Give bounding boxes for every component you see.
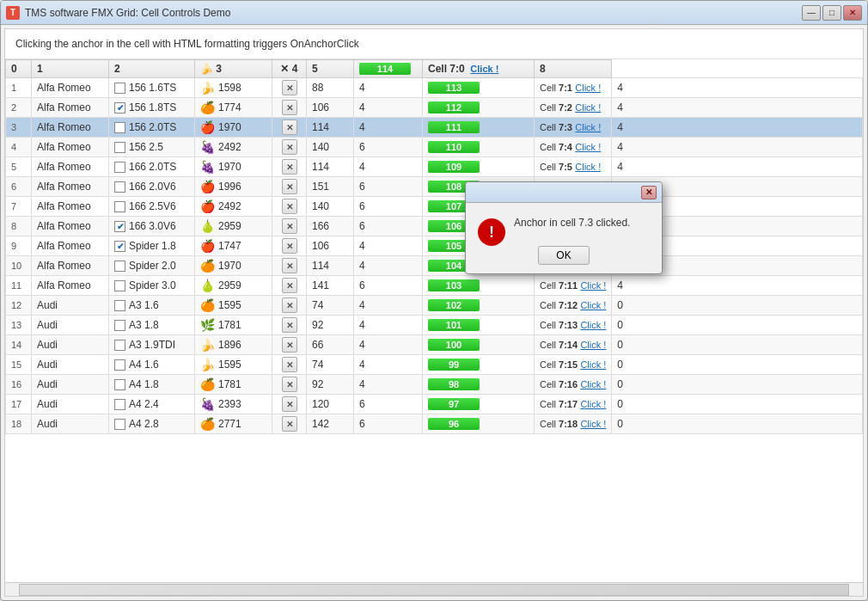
error-icon: ! — [478, 218, 505, 246]
modal-content: ! Anchor in cell 7.3 clicked. OK — [466, 203, 662, 273]
modal-dialog: ✕ ! Anchor in cell 7.3 clicked. OK — [465, 181, 663, 274]
modal-icon-row: ! Anchor in cell 7.3 clicked. — [478, 217, 650, 246]
modal-message: Anchor in cell 7.3 clicked. — [514, 217, 630, 229]
modal-ok-button[interactable]: OK — [538, 246, 590, 265]
modal-buttons: OK — [478, 246, 650, 265]
main-window: T TMS software FMX Grid: Cell Controls D… — [0, 0, 868, 601]
modal-close-button[interactable]: ✕ — [641, 186, 657, 199]
modal-overlay: ✕ ! Anchor in cell 7.3 clicked. OK — [1, 1, 867, 600]
modal-title-bar: ✕ — [466, 182, 662, 203]
